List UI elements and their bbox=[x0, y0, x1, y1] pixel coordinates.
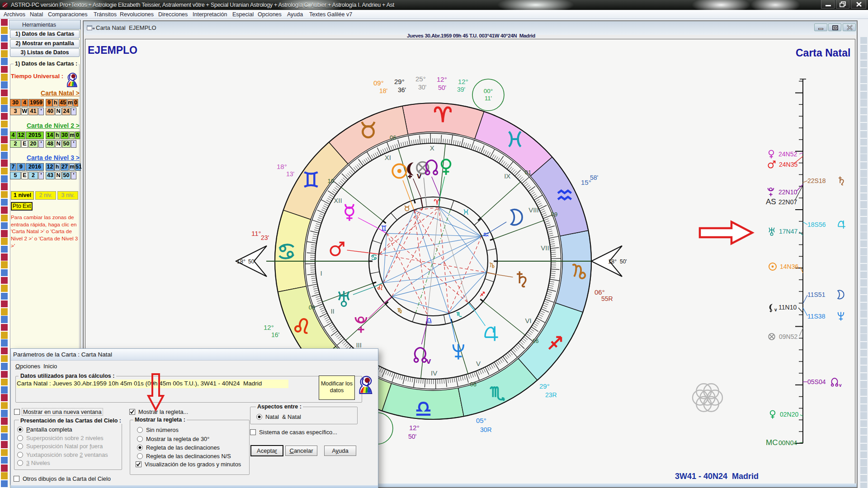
svg-text:11S38: 11S38 bbox=[807, 313, 826, 320]
svg-text:02N20: 02N20 bbox=[780, 411, 798, 418]
svg-text:24N52: 24N52 bbox=[778, 150, 797, 158]
svg-text:13': 13' bbox=[286, 170, 294, 178]
svg-text:22N10: 22N10 bbox=[778, 188, 797, 196]
svg-text:18°: 18° bbox=[608, 258, 617, 265]
svg-text:09°: 09° bbox=[373, 79, 384, 87]
svg-text:v: v bbox=[426, 356, 431, 366]
svg-text:18°: 18° bbox=[277, 163, 287, 170]
svg-text:IX: IX bbox=[504, 172, 510, 180]
svg-text:MC: MC bbox=[766, 438, 778, 447]
svg-text:05S04: 05S04 bbox=[807, 378, 826, 385]
svg-text:50': 50' bbox=[408, 433, 416, 440]
svg-text:11N10: 11N10 bbox=[778, 304, 797, 311]
svg-text:23': 23' bbox=[261, 234, 269, 241]
svg-text:29°: 29° bbox=[539, 382, 550, 390]
svg-text:30R: 30R bbox=[480, 426, 492, 433]
svg-text:06: 06 bbox=[470, 381, 476, 388]
svg-text:V: V bbox=[476, 360, 481, 367]
svg-text:50': 50' bbox=[438, 84, 446, 91]
svg-text:XII: XII bbox=[334, 197, 342, 204]
svg-text:10: 10 bbox=[328, 178, 334, 184]
svg-text:12°: 12° bbox=[458, 78, 468, 85]
svg-text:AS: AS bbox=[766, 197, 776, 206]
svg-text:II: II bbox=[330, 307, 334, 315]
svg-text:11': 11' bbox=[485, 95, 492, 102]
svg-text:18S56: 18S56 bbox=[807, 221, 826, 228]
svg-text:58': 58' bbox=[590, 174, 598, 181]
svg-text:39': 39' bbox=[457, 86, 465, 93]
svg-text:30': 30' bbox=[418, 84, 426, 91]
svg-text:III: III bbox=[356, 341, 362, 349]
svg-text:55R: 55R bbox=[601, 295, 613, 302]
svg-text:IV: IV bbox=[431, 369, 437, 377]
svg-text:50': 50' bbox=[620, 258, 627, 265]
svg-text:17N47: 17N47 bbox=[779, 228, 797, 235]
svg-text:12°: 12° bbox=[264, 324, 274, 331]
svg-text:05°: 05° bbox=[476, 417, 486, 424]
svg-text:09: 09 bbox=[309, 304, 315, 311]
svg-text:12°: 12° bbox=[437, 75, 447, 83]
svg-text:14N36: 14N36 bbox=[780, 263, 798, 270]
svg-text:00N04: 00N04 bbox=[778, 439, 797, 446]
svg-text:12°: 12° bbox=[409, 424, 420, 432]
svg-text:09N52: 09N52 bbox=[779, 333, 797, 340]
svg-text:16': 16' bbox=[271, 331, 279, 338]
svg-text:11°: 11° bbox=[251, 230, 261, 237]
svg-text:22N07: 22N07 bbox=[778, 198, 797, 206]
svg-text:09: 09 bbox=[551, 211, 557, 218]
svg-text:XI: XI bbox=[385, 154, 391, 161]
svg-text:16: 16 bbox=[532, 338, 538, 344]
svg-text:24N35: 24N35 bbox=[779, 161, 797, 168]
svg-text:v: v bbox=[774, 307, 777, 312]
svg-text:VI: VI bbox=[525, 317, 531, 324]
svg-text:50': 50' bbox=[248, 258, 255, 265]
svg-text:18°: 18° bbox=[237, 258, 245, 265]
svg-text:VII: VII bbox=[541, 244, 549, 252]
svg-text:29°: 29° bbox=[394, 78, 405, 85]
svg-text:X: X bbox=[430, 144, 434, 152]
svg-text:22S18: 22S18 bbox=[807, 177, 826, 184]
svg-text:VIII: VIII bbox=[528, 206, 539, 214]
svg-text:18': 18' bbox=[379, 87, 387, 94]
svg-text:36': 36' bbox=[398, 86, 406, 94]
svg-text:06: 06 bbox=[390, 134, 396, 141]
svg-text:01: 01 bbox=[525, 169, 531, 176]
svg-text:v: v bbox=[839, 383, 842, 388]
svg-text:11S51: 11S51 bbox=[807, 291, 826, 298]
svg-text:25°: 25° bbox=[415, 75, 426, 83]
svg-text:00°: 00° bbox=[484, 88, 493, 94]
svg-text:I: I bbox=[321, 269, 322, 277]
svg-text:23R: 23R bbox=[545, 391, 557, 399]
